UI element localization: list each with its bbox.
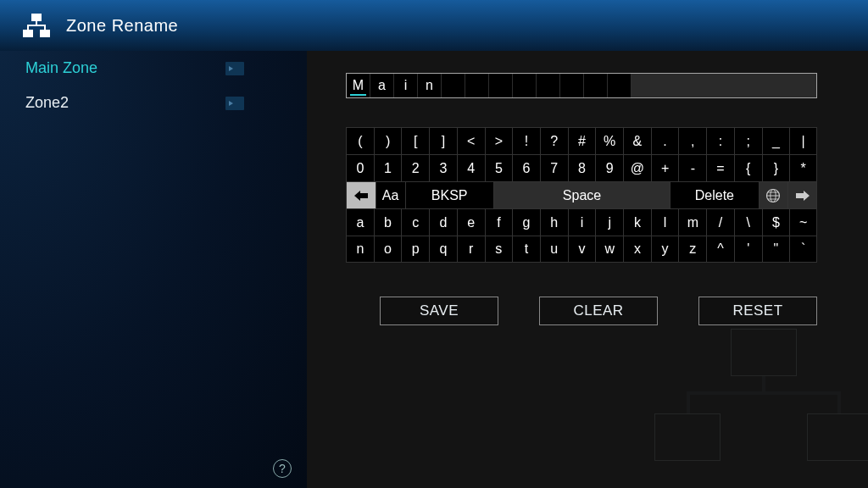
entry-cell[interactable] — [465, 74, 489, 97]
key--[interactable]: - — [678, 154, 706, 181]
rename-tag-icon — [225, 97, 244, 110]
entry-cell[interactable] — [513, 74, 537, 97]
key-<[interactable]: < — [457, 127, 485, 154]
entry-cell[interactable]: i — [394, 74, 418, 97]
sidebar-item-zone2[interactable]: Zone2 — [0, 86, 307, 120]
reset-button[interactable]: RESET — [698, 297, 817, 325]
entry-cell[interactable] — [608, 74, 632, 97]
key-s[interactable]: s — [485, 236, 513, 263]
key-p[interactable]: p — [401, 236, 429, 263]
key-/[interactable]: / — [706, 208, 734, 236]
key-}[interactable]: } — [762, 154, 790, 181]
key->[interactable]: > — [485, 127, 513, 154]
key-,[interactable]: , — [678, 127, 706, 154]
key-|[interactable]: | — [789, 127, 817, 154]
key-x[interactable]: x — [623, 236, 651, 263]
key-2[interactable]: 2 — [401, 154, 429, 181]
arrow-left-key[interactable] — [346, 181, 376, 208]
svg-rect-0 — [31, 14, 42, 21]
key-][interactable]: ] — [429, 127, 457, 154]
key-{[interactable]: { — [734, 154, 762, 181]
key-#[interactable]: # — [568, 127, 596, 154]
save-button[interactable]: SAVE — [380, 297, 498, 325]
key-d[interactable]: d — [429, 208, 457, 236]
key-o[interactable]: o — [374, 236, 402, 263]
entry-cell[interactable] — [442, 74, 465, 97]
entry-cell[interactable] — [560, 74, 584, 97]
key-$[interactable]: $ — [762, 208, 790, 236]
key-i[interactable]: i — [568, 208, 596, 236]
entry-filler — [632, 74, 816, 97]
key-h[interactable]: h — [540, 208, 568, 236]
key-*[interactable]: * — [789, 154, 817, 181]
key-a[interactable]: a — [346, 208, 374, 236]
key-k[interactable]: k — [623, 208, 651, 236]
text-entry[interactable]: Main — [346, 73, 817, 98]
key-([interactable]: ( — [346, 127, 374, 154]
key-t[interactable]: t — [512, 236, 540, 263]
key-5[interactable]: 5 — [485, 154, 513, 181]
shift-case-key[interactable]: Aa — [376, 181, 405, 208]
key-u[interactable]: u — [540, 236, 568, 263]
key-+[interactable]: + — [651, 154, 679, 181]
key-z[interactable]: z — [678, 236, 706, 263]
globe-key[interactable] — [759, 181, 788, 208]
key-=[interactable]: = — [706, 154, 734, 181]
key-8[interactable]: 8 — [568, 154, 596, 181]
space-key[interactable]: Space — [493, 181, 670, 208]
key-^[interactable]: ^ — [706, 236, 734, 263]
entry-cell[interactable] — [537, 74, 560, 97]
key-m[interactable]: m — [678, 208, 706, 236]
key-j[interactable]: j — [595, 208, 623, 236]
key-@[interactable]: @ — [623, 154, 651, 181]
key-\[interactable]: \ — [734, 208, 762, 236]
help-icon[interactable]: ? — [273, 459, 292, 478]
key-b[interactable]: b — [374, 208, 402, 236]
svg-rect-1 — [23, 30, 33, 37]
key-q[interactable]: q — [429, 236, 457, 263]
backspace-key[interactable]: BKSP — [405, 181, 493, 208]
key-3[interactable]: 3 — [429, 154, 457, 181]
watermark-network-icon — [666, 329, 861, 481]
key-`[interactable]: ` — [789, 236, 817, 263]
entry-cell[interactable]: a — [370, 74, 394, 97]
key-&[interactable]: & — [623, 127, 651, 154]
key-'[interactable]: ' — [734, 236, 762, 263]
key-%[interactable]: % — [595, 127, 623, 154]
key-6[interactable]: 6 — [512, 154, 540, 181]
entry-cell[interactable]: n — [418, 74, 442, 97]
key-e[interactable]: e — [457, 208, 485, 236]
key-4[interactable]: 4 — [457, 154, 485, 181]
key-l[interactable]: l — [651, 208, 679, 236]
key-)[interactable]: ) — [374, 127, 402, 154]
key-.[interactable]: . — [651, 127, 679, 154]
sidebar-item-main-zone[interactable]: Main Zone — [0, 51, 307, 86]
key-~[interactable]: ~ — [789, 208, 817, 236]
key-v[interactable]: v — [568, 236, 596, 263]
key-g[interactable]: g — [512, 208, 540, 236]
key-?[interactable]: ? — [540, 127, 568, 154]
key-c[interactable]: c — [401, 208, 429, 236]
key-f[interactable]: f — [485, 208, 513, 236]
key-y[interactable]: y — [651, 236, 679, 263]
key-n[interactable]: n — [346, 236, 374, 263]
key-r[interactable]: r — [457, 236, 485, 263]
key-;[interactable]: ; — [734, 127, 762, 154]
key-"[interactable]: " — [762, 236, 790, 263]
key-:[interactable]: : — [706, 127, 734, 154]
entry-cell[interactable] — [584, 74, 608, 97]
delete-key[interactable]: Delete — [670, 181, 758, 208]
key-0[interactable]: 0 — [346, 154, 374, 181]
key-7[interactable]: 7 — [540, 154, 568, 181]
arrow-right-key[interactable] — [787, 181, 817, 208]
key-[[interactable]: [ — [401, 127, 429, 154]
key-1[interactable]: 1 — [374, 154, 402, 181]
key-_[interactable]: _ — [762, 127, 790, 154]
key-![interactable]: ! — [512, 127, 540, 154]
entry-cell[interactable] — [489, 74, 513, 97]
key-9[interactable]: 9 — [595, 154, 623, 181]
header: Zone Rename — [0, 0, 868, 51]
entry-cell[interactable]: M — [347, 74, 370, 97]
key-w[interactable]: w — [595, 236, 623, 263]
clear-button[interactable]: CLEAR — [539, 297, 658, 325]
